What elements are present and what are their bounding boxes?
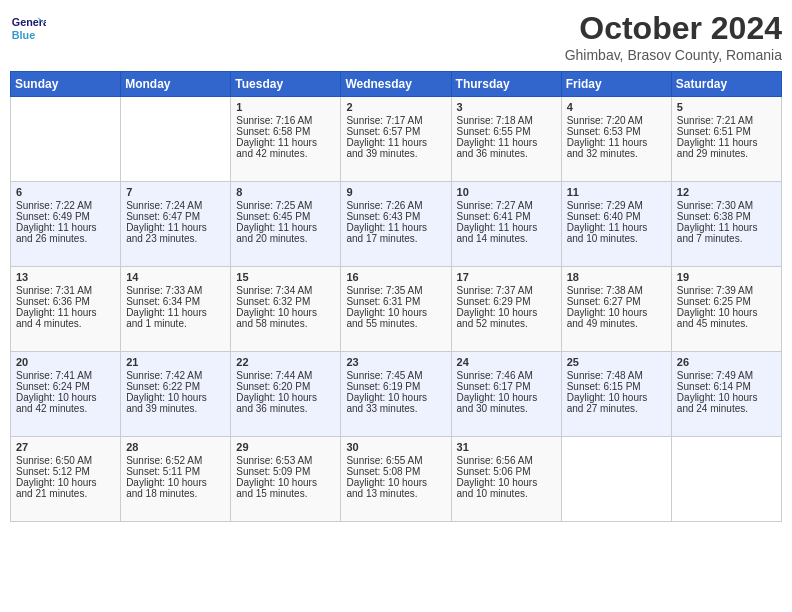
days-header-row: SundayMondayTuesdayWednesdayThursdayFrid…	[11, 72, 782, 97]
sunset-text: Sunset: 6:55 PM	[457, 126, 556, 137]
sunset-text: Sunset: 6:20 PM	[236, 381, 335, 392]
day-number: 22	[236, 356, 335, 368]
sunset-text: Sunset: 6:32 PM	[236, 296, 335, 307]
calendar-table: SundayMondayTuesdayWednesdayThursdayFrid…	[10, 71, 782, 522]
daylight-text: Daylight: 11 hours and 10 minutes.	[567, 222, 666, 244]
calendar-cell: 31Sunrise: 6:56 AMSunset: 5:06 PMDayligh…	[451, 437, 561, 522]
sunrise-text: Sunrise: 7:29 AM	[567, 200, 666, 211]
day-number: 10	[457, 186, 556, 198]
title-block: October 2024 Ghimbav, Brasov County, Rom…	[565, 10, 782, 63]
sunrise-text: Sunrise: 7:38 AM	[567, 285, 666, 296]
calendar-cell: 18Sunrise: 7:38 AMSunset: 6:27 PMDayligh…	[561, 267, 671, 352]
sunrise-text: Sunrise: 7:20 AM	[567, 115, 666, 126]
day-number: 2	[346, 101, 445, 113]
sunset-text: Sunset: 6:51 PM	[677, 126, 776, 137]
sunrise-text: Sunrise: 7:46 AM	[457, 370, 556, 381]
location-title: Ghimbav, Brasov County, Romania	[565, 47, 782, 63]
sunrise-text: Sunrise: 7:44 AM	[236, 370, 335, 381]
day-number: 9	[346, 186, 445, 198]
day-number: 14	[126, 271, 225, 283]
day-number: 19	[677, 271, 776, 283]
day-number: 12	[677, 186, 776, 198]
daylight-text: Daylight: 10 hours and 33 minutes.	[346, 392, 445, 414]
calendar-cell: 25Sunrise: 7:48 AMSunset: 6:15 PMDayligh…	[561, 352, 671, 437]
month-title: October 2024	[565, 10, 782, 47]
day-number: 6	[16, 186, 115, 198]
daylight-text: Daylight: 11 hours and 14 minutes.	[457, 222, 556, 244]
day-number: 28	[126, 441, 225, 453]
sunrise-text: Sunrise: 7:49 AM	[677, 370, 776, 381]
day-header-monday: Monday	[121, 72, 231, 97]
calendar-cell: 4Sunrise: 7:20 AMSunset: 6:53 PMDaylight…	[561, 97, 671, 182]
day-number: 31	[457, 441, 556, 453]
sunset-text: Sunset: 5:08 PM	[346, 466, 445, 477]
daylight-text: Daylight: 10 hours and 45 minutes.	[677, 307, 776, 329]
sunset-text: Sunset: 6:45 PM	[236, 211, 335, 222]
day-number: 23	[346, 356, 445, 368]
daylight-text: Daylight: 11 hours and 17 minutes.	[346, 222, 445, 244]
day-number: 13	[16, 271, 115, 283]
daylight-text: Daylight: 11 hours and 32 minutes.	[567, 137, 666, 159]
calendar-cell: 8Sunrise: 7:25 AMSunset: 6:45 PMDaylight…	[231, 182, 341, 267]
sunset-text: Sunset: 6:25 PM	[677, 296, 776, 307]
daylight-text: Daylight: 11 hours and 7 minutes.	[677, 222, 776, 244]
sunrise-text: Sunrise: 7:33 AM	[126, 285, 225, 296]
daylight-text: Daylight: 11 hours and 29 minutes.	[677, 137, 776, 159]
sunrise-text: Sunrise: 6:50 AM	[16, 455, 115, 466]
calendar-cell: 6Sunrise: 7:22 AMSunset: 6:49 PMDaylight…	[11, 182, 121, 267]
page-header: General Blue October 2024 Ghimbav, Braso…	[10, 10, 782, 63]
svg-text:Blue: Blue	[12, 29, 35, 41]
week-row-5: 27Sunrise: 6:50 AMSunset: 5:12 PMDayligh…	[11, 437, 782, 522]
calendar-cell: 1Sunrise: 7:16 AMSunset: 6:58 PMDaylight…	[231, 97, 341, 182]
sunrise-text: Sunrise: 6:52 AM	[126, 455, 225, 466]
calendar-cell: 13Sunrise: 7:31 AMSunset: 6:36 PMDayligh…	[11, 267, 121, 352]
calendar-cell: 30Sunrise: 6:55 AMSunset: 5:08 PMDayligh…	[341, 437, 451, 522]
calendar-cell: 15Sunrise: 7:34 AMSunset: 6:32 PMDayligh…	[231, 267, 341, 352]
sunrise-text: Sunrise: 6:53 AM	[236, 455, 335, 466]
day-header-wednesday: Wednesday	[341, 72, 451, 97]
logo-icon: General Blue	[10, 10, 46, 46]
sunrise-text: Sunrise: 7:17 AM	[346, 115, 445, 126]
calendar-cell: 29Sunrise: 6:53 AMSunset: 5:09 PMDayligh…	[231, 437, 341, 522]
sunrise-text: Sunrise: 7:21 AM	[677, 115, 776, 126]
calendar-cell	[121, 97, 231, 182]
calendar-cell	[671, 437, 781, 522]
calendar-cell: 11Sunrise: 7:29 AMSunset: 6:40 PMDayligh…	[561, 182, 671, 267]
sunrise-text: Sunrise: 7:34 AM	[236, 285, 335, 296]
daylight-text: Daylight: 10 hours and 39 minutes.	[126, 392, 225, 414]
sunrise-text: Sunrise: 7:27 AM	[457, 200, 556, 211]
day-number: 16	[346, 271, 445, 283]
calendar-cell	[561, 437, 671, 522]
day-number: 27	[16, 441, 115, 453]
sunset-text: Sunset: 6:31 PM	[346, 296, 445, 307]
daylight-text: Daylight: 10 hours and 55 minutes.	[346, 307, 445, 329]
day-number: 4	[567, 101, 666, 113]
day-number: 15	[236, 271, 335, 283]
calendar-cell: 23Sunrise: 7:45 AMSunset: 6:19 PMDayligh…	[341, 352, 451, 437]
daylight-text: Daylight: 10 hours and 27 minutes.	[567, 392, 666, 414]
day-number: 18	[567, 271, 666, 283]
week-row-1: 1Sunrise: 7:16 AMSunset: 6:58 PMDaylight…	[11, 97, 782, 182]
sunrise-text: Sunrise: 7:48 AM	[567, 370, 666, 381]
daylight-text: Daylight: 10 hours and 13 minutes.	[346, 477, 445, 499]
daylight-text: Daylight: 11 hours and 20 minutes.	[236, 222, 335, 244]
daylight-text: Daylight: 10 hours and 30 minutes.	[457, 392, 556, 414]
sunrise-text: Sunrise: 7:30 AM	[677, 200, 776, 211]
day-number: 1	[236, 101, 335, 113]
sunset-text: Sunset: 6:58 PM	[236, 126, 335, 137]
day-header-saturday: Saturday	[671, 72, 781, 97]
sunset-text: Sunset: 5:06 PM	[457, 466, 556, 477]
sunrise-text: Sunrise: 7:31 AM	[16, 285, 115, 296]
day-header-thursday: Thursday	[451, 72, 561, 97]
daylight-text: Daylight: 10 hours and 42 minutes.	[16, 392, 115, 414]
sunset-text: Sunset: 6:14 PM	[677, 381, 776, 392]
calendar-cell: 12Sunrise: 7:30 AMSunset: 6:38 PMDayligh…	[671, 182, 781, 267]
calendar-cell: 10Sunrise: 7:27 AMSunset: 6:41 PMDayligh…	[451, 182, 561, 267]
daylight-text: Daylight: 10 hours and 18 minutes.	[126, 477, 225, 499]
day-header-friday: Friday	[561, 72, 671, 97]
logo: General Blue	[10, 10, 46, 46]
sunrise-text: Sunrise: 7:22 AM	[16, 200, 115, 211]
day-header-tuesday: Tuesday	[231, 72, 341, 97]
sunrise-text: Sunrise: 7:25 AM	[236, 200, 335, 211]
sunrise-text: Sunrise: 7:35 AM	[346, 285, 445, 296]
